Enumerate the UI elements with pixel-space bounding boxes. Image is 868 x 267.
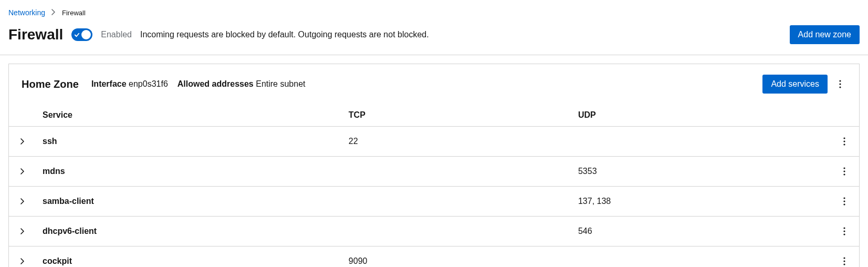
kebab-icon (843, 257, 845, 265)
expand-row-button[interactable] (18, 226, 27, 237)
svg-point-4 (843, 140, 845, 142)
add-services-button[interactable]: Add services (762, 75, 828, 94)
chevron-right-icon (20, 258, 25, 264)
add-zone-button[interactable]: Add new zone (790, 25, 860, 44)
breadcrumb: Networking Firewall (0, 0, 868, 21)
svg-point-13 (843, 230, 845, 232)
tcp-cell (342, 187, 572, 217)
chevron-right-icon (20, 228, 25, 234)
service-cell: samba-client (36, 187, 342, 217)
row-kebab-menu[interactable] (838, 164, 851, 179)
svg-point-17 (843, 263, 845, 265)
svg-point-0 (839, 80, 841, 81)
toggle-knob (81, 30, 91, 39)
zone-header: Home Zone Interface enp0s31f6 Allowed ad… (9, 64, 859, 104)
svg-point-16 (843, 260, 845, 262)
chevron-right-icon (20, 168, 25, 174)
kebab-icon (839, 80, 841, 88)
svg-point-2 (839, 86, 841, 88)
table-row: cockpit9090 (9, 247, 859, 268)
udp-cell (572, 127, 832, 157)
status-label: Enabled (101, 30, 132, 39)
services-table: Service TCP UDP ssh22mdns5353samba-clien… (9, 104, 859, 267)
table-row: mdns5353 (9, 157, 859, 187)
udp-cell (572, 247, 832, 268)
udp-cell: 5353 (572, 157, 832, 187)
service-cell: mdns (36, 157, 342, 187)
firewall-toggle[interactable] (71, 28, 92, 41)
row-kebab-menu[interactable] (838, 254, 851, 267)
svg-point-6 (843, 167, 845, 169)
status-description: Incoming requests are blocked by default… (140, 30, 429, 39)
svg-point-15 (843, 257, 845, 259)
page-header: Firewall Enabled Incoming requests are b… (0, 21, 868, 55)
udp-cell: 546 (572, 217, 832, 247)
th-actions (832, 104, 859, 127)
svg-point-11 (843, 203, 845, 205)
expand-row-button[interactable] (18, 196, 27, 207)
tcp-cell (342, 157, 572, 187)
svg-point-14 (843, 233, 845, 235)
allowed-key: Allowed addresses (177, 79, 254, 88)
svg-point-12 (843, 227, 845, 229)
kebab-icon (843, 227, 845, 235)
zone-kebab-menu[interactable] (834, 77, 846, 91)
check-icon (74, 32, 80, 38)
chevron-right-icon (51, 9, 56, 17)
breadcrumb-parent[interactable]: Networking (8, 8, 45, 17)
kebab-icon (843, 197, 845, 206)
tcp-cell (342, 217, 572, 247)
svg-point-3 (843, 137, 845, 139)
breadcrumb-current: Firewall (62, 9, 86, 17)
table-row: ssh22 (9, 127, 859, 157)
service-cell: dhcpv6-client (36, 217, 342, 247)
table-row: dhcpv6-client546 (9, 217, 859, 247)
th-tcp: TCP (342, 104, 572, 127)
allowed-value: Entire subnet (256, 79, 305, 88)
svg-point-10 (843, 200, 845, 202)
tcp-cell: 9090 (342, 247, 572, 268)
expand-row-button[interactable] (18, 256, 27, 266)
udp-cell: 137, 138 (572, 187, 832, 217)
th-expand (9, 104, 36, 127)
interface-key: Interface (91, 79, 127, 88)
kebab-icon (843, 167, 845, 176)
row-kebab-menu[interactable] (838, 194, 851, 209)
th-service: Service (36, 104, 342, 127)
tcp-cell: 22 (342, 127, 572, 157)
expand-row-button[interactable] (18, 166, 27, 177)
service-cell: ssh (36, 127, 342, 157)
expand-row-button[interactable] (18, 136, 27, 147)
chevron-right-icon (20, 138, 25, 145)
svg-point-7 (843, 170, 845, 172)
zone-title: Home Zone (22, 78, 79, 90)
page-title: Firewall (8, 26, 63, 43)
interface-value: enp0s31f6 (129, 79, 168, 88)
row-kebab-menu[interactable] (838, 224, 851, 239)
th-udp: UDP (572, 104, 832, 127)
row-kebab-menu[interactable] (838, 134, 851, 149)
svg-point-8 (843, 173, 845, 175)
service-cell: cockpit (36, 247, 342, 268)
table-row: samba-client137, 138 (9, 187, 859, 217)
svg-point-9 (843, 197, 845, 199)
svg-point-1 (839, 83, 841, 85)
chevron-right-icon (20, 198, 25, 204)
svg-point-5 (843, 143, 845, 145)
zone-card: Home Zone Interface enp0s31f6 Allowed ad… (8, 64, 860, 267)
kebab-icon (843, 137, 845, 146)
